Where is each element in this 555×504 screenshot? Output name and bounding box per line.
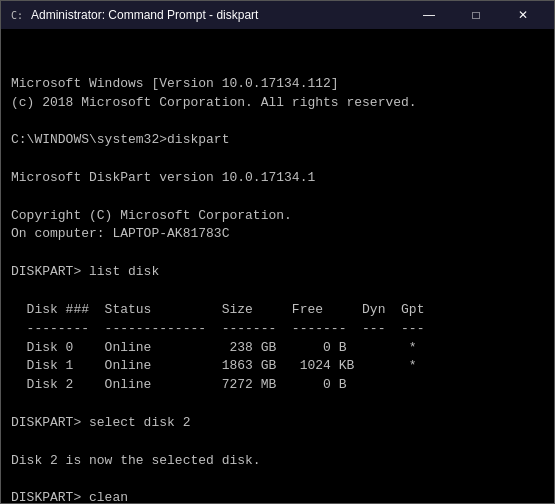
terminal-line: [11, 150, 544, 169]
maximize-button[interactable]: □: [453, 1, 499, 29]
terminal-line: Disk ### Status Size Free Dyn Gpt: [11, 301, 544, 320]
terminal-line: DISKPART> clean: [11, 489, 544, 503]
terminal-line: Disk 1 Online 1863 GB 1024 KB *: [11, 357, 544, 376]
terminal-line: [11, 244, 544, 263]
terminal-line: (c) 2018 Microsoft Corporation. All righ…: [11, 94, 544, 113]
terminal-line: Disk 0 Online 238 GB 0 B *: [11, 339, 544, 358]
terminal-line: [11, 112, 544, 131]
terminal-line: DISKPART> select disk 2: [11, 414, 544, 433]
title-bar: C: Administrator: Command Prompt - diskp…: [1, 1, 554, 29]
terminal-line: Disk 2 is now the selected disk.: [11, 452, 544, 471]
terminal-line: DISKPART> list disk: [11, 263, 544, 282]
terminal-line: [11, 433, 544, 452]
terminal-line: Copyright (C) Microsoft Corporation.: [11, 207, 544, 226]
terminal-output[interactable]: Microsoft Windows [Version 10.0.17134.11…: [1, 29, 554, 503]
close-button[interactable]: ✕: [500, 1, 546, 29]
terminal-line: Microsoft Windows [Version 10.0.17134.11…: [11, 75, 544, 94]
svg-text:C:: C:: [11, 10, 23, 21]
terminal-line: [11, 282, 544, 301]
command-prompt-window: C: Administrator: Command Prompt - diskp…: [0, 0, 555, 504]
minimize-button[interactable]: —: [406, 1, 452, 29]
terminal-line: -------- ------------- ------- ------- -…: [11, 320, 544, 339]
terminal-line: Disk 2 Online 7272 MB 0 B: [11, 376, 544, 395]
terminal-line: [11, 470, 544, 489]
cmd-icon: C:: [9, 7, 25, 23]
terminal-line: [11, 395, 544, 414]
window-title: Administrator: Command Prompt - diskpart: [31, 8, 406, 22]
terminal-line: [11, 188, 544, 207]
terminal-line: Microsoft DiskPart version 10.0.17134.1: [11, 169, 544, 188]
terminal-line: C:\WINDOWS\system32>diskpart: [11, 131, 544, 150]
window-controls: — □ ✕: [406, 1, 546, 29]
terminal-line: On computer: LAPTOP-AK81783C: [11, 225, 544, 244]
